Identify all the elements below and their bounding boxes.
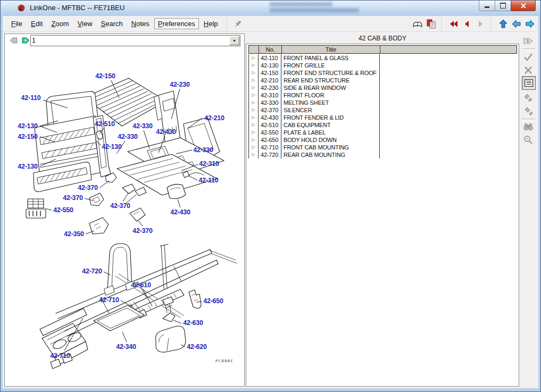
first-page-icon[interactable]: [447, 18, 460, 30]
expand-triangle-icon[interactable]: ▷: [248, 91, 259, 99]
expand-triangle-icon[interactable]: ▷: [248, 151, 259, 159]
menu-zoom[interactable]: Zoom: [47, 18, 72, 29]
part-label[interactable]: 42-430: [170, 208, 190, 216]
table-row[interactable]: ▷42-370SILENCER: [248, 106, 380, 114]
part-label[interactable]: 42-370: [63, 194, 83, 202]
menu-view[interactable]: View: [74, 18, 96, 29]
part-title: REAR CAB MOUNTING: [281, 151, 380, 159]
nav-up-icon[interactable]: [497, 18, 509, 30]
table-row[interactable]: ▷42-210REAR END STRUCTURE: [248, 77, 380, 84]
part-label[interactable]: 42-330: [118, 133, 138, 140]
table-row[interactable]: ▷42-230SIDE & REAR WINDOW: [248, 84, 380, 91]
part-label[interactable]: 42-210: [204, 114, 224, 122]
part-title: CAB EQUIPMENT: [281, 121, 380, 129]
window-controls: [479, 1, 536, 11]
search-key-icon[interactable]: [522, 134, 535, 146]
table-row[interactable]: ▷42-150FRONT END STRUCTURE & ROOF: [248, 69, 380, 77]
part-label[interactable]: 42-370: [132, 227, 153, 235]
part-title: FRONT PANEL & GLASS: [281, 54, 380, 62]
part-label[interactable]: 42-550: [53, 206, 73, 214]
page-back-icon[interactable]: [9, 36, 18, 45]
table-row[interactable]: ▷42-130FRONT GRILLE: [248, 62, 380, 69]
binoculars-icon[interactable]: [522, 120, 535, 133]
part-label[interactable]: 42-150: [18, 133, 38, 140]
diagram-panel: ▼: [4, 34, 245, 387]
dropdown-arrow-icon[interactable]: ▼: [229, 36, 239, 45]
part-label[interactable]: 42-710: [50, 352, 70, 360]
menu-notes[interactable]: Notes: [128, 18, 153, 29]
menu-preferences[interactable]: Preferences: [154, 18, 199, 29]
table-row[interactable]: ▷42-110FRONT PANEL & GLASS: [248, 54, 380, 62]
table-row[interactable]: ▷42-550PLATE & LABEL: [248, 129, 380, 136]
part-label[interactable]: 42-110: [21, 94, 40, 102]
minimize-button[interactable]: [479, 1, 495, 11]
previous-page-icon[interactable]: [461, 18, 473, 30]
pin-icon[interactable]: [232, 18, 245, 30]
page-forward-icon[interactable]: [21, 36, 31, 45]
part-label[interactable]: 42-330: [132, 122, 153, 130]
expand-triangle-icon[interactable]: ▷: [248, 62, 259, 69]
menu-search[interactable]: Search: [97, 18, 127, 29]
table-row[interactable]: ▷42-650BODY HOLD DOWN: [248, 136, 380, 144]
part-label[interactable]: 42-310: [199, 160, 219, 168]
part-label[interactable]: 42-630: [183, 319, 203, 327]
table-row[interactable]: ▷42-720REAR CAB MOUNTING: [248, 151, 380, 159]
table-row[interactable]: ▷42-330MELTING SHEET: [248, 99, 380, 106]
expand-triangle-icon[interactable]: ▷: [248, 114, 259, 121]
table-row[interactable]: ▷42-430FRONT FENDER & LID: [248, 114, 380, 121]
part-label[interactable]: 42-150: [95, 72, 115, 80]
maximize-button[interactable]: [495, 1, 511, 11]
part-no: 42-150: [259, 69, 281, 77]
part-label[interactable]: 42-130: [102, 143, 122, 151]
part-label[interactable]: 42-510: [95, 120, 115, 128]
book-contents-icon[interactable]: [411, 18, 423, 30]
part-label[interactable]: 42-610: [131, 281, 151, 289]
expand-triangle-icon[interactable]: ▷: [248, 106, 259, 114]
part-label[interactable]: 42-370: [110, 202, 130, 210]
table-row[interactable]: ▷42-310FRONT FLOOR: [248, 91, 380, 99]
cancel-x-icon[interactable]: [522, 64, 535, 77]
expand-triangle-icon[interactable]: ▷: [248, 144, 259, 151]
part-label[interactable]: 42-370: [78, 184, 98, 191]
part-label[interactable]: 42-130: [18, 163, 38, 170]
part-label[interactable]: 42-430: [156, 128, 176, 136]
part-label[interactable]: 42-340: [116, 343, 136, 351]
copy-pages-icon[interactable]: [425, 18, 437, 30]
table-header: No. Title: [248, 45, 517, 54]
nav-back-icon[interactable]: [510, 18, 522, 30]
table-row[interactable]: ▷42-510CAB EQUIPMENT: [248, 121, 380, 129]
close-button[interactable]: [511, 1, 536, 11]
part-label[interactable]: 42-650: [203, 297, 223, 305]
expand-triangle-icon[interactable]: ▷: [248, 54, 259, 62]
menu-file[interactable]: File: [7, 18, 26, 29]
menu-edit[interactable]: Edit: [27, 18, 46, 29]
expand-triangle-icon[interactable]: ▷: [248, 129, 259, 136]
part-label[interactable]: 42-710: [99, 296, 119, 304]
menu-help[interactable]: Help: [200, 18, 222, 29]
parts-list-icon[interactable]: [522, 76, 536, 90]
link-tool-icon[interactable]: [522, 91, 535, 104]
part-label[interactable]: 42-620: [187, 343, 207, 351]
part-label[interactable]: 42-350: [64, 230, 84, 238]
check-icon[interactable]: [522, 51, 535, 63]
sheet-selector-input[interactable]: [32, 36, 229, 45]
titlebar[interactable]: LinkOne - MFTBC -- FE71BEU: [1, 1, 540, 15]
part-label[interactable]: 42-330: [193, 146, 213, 154]
next-page-icon[interactable]: [474, 18, 486, 30]
nav-forward-icon[interactable]: [523, 18, 536, 30]
part-title: MELTING SHEET: [281, 99, 380, 106]
unlink-tool-icon[interactable]: [522, 105, 535, 118]
toolbar-separator: [442, 18, 443, 30]
expand-triangle-icon[interactable]: ▷: [248, 77, 259, 84]
expand-triangle-icon[interactable]: ▷: [248, 69, 259, 77]
table-row[interactable]: ▷42-710FRONT CAB MOUNTING: [248, 144, 380, 151]
expand-triangle-icon[interactable]: ▷: [248, 99, 259, 106]
part-label[interactable]: 42-720: [82, 268, 102, 275]
part-label[interactable]: 42-110: [198, 177, 218, 184]
part-label[interactable]: 42-130: [18, 122, 38, 130]
expand-triangle-icon[interactable]: ▷: [248, 121, 259, 129]
expand-triangle-icon[interactable]: ▷: [248, 136, 259, 144]
part-label[interactable]: 42-230: [170, 81, 190, 88]
demo-play-icon[interactable]: [522, 35, 535, 47]
expand-triangle-icon[interactable]: ▷: [248, 84, 259, 91]
